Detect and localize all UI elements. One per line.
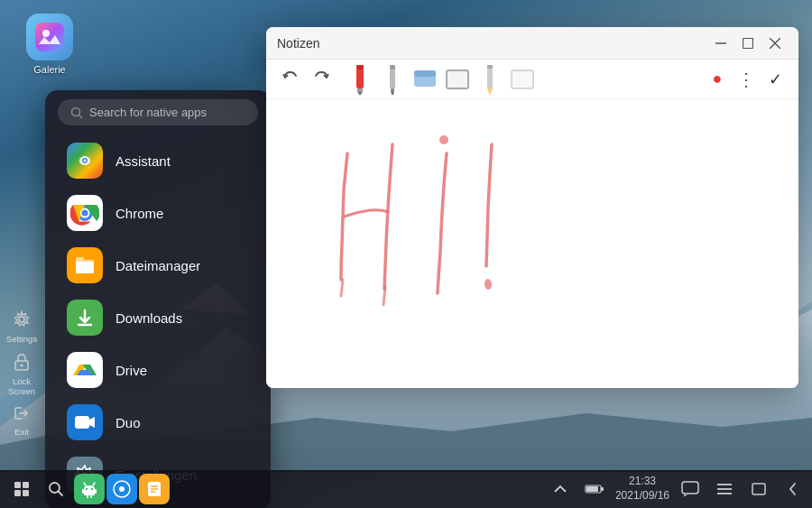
svg-point-9 — [72, 107, 80, 115]
maximize-button[interactable] — [735, 31, 761, 56]
notes-icon-taskbar[interactable] — [139, 474, 170, 504]
svg-line-51 — [59, 492, 63, 496]
eraser-tool[interactable] — [411, 63, 439, 96]
svg-point-59 — [119, 486, 125, 492]
notizen-window: Notizen — [266, 27, 798, 388]
android-icon-taskbar[interactable] — [74, 474, 105, 504]
notizen-canvas[interactable] — [266, 99, 798, 388]
exit-item[interactable]: Exit — [1, 402, 42, 440]
taskbar-right: 21:33 2021/09/16 — [547, 475, 807, 503]
svg-marker-41 — [487, 88, 493, 96]
svg-rect-34 — [391, 88, 394, 92]
minimize-button[interactable] — [708, 31, 734, 56]
assistant-label: Assistant — [115, 153, 171, 169]
menu-icon[interactable] — [711, 476, 738, 503]
notizen-title: Notizen — [277, 36, 706, 51]
svg-point-53 — [91, 488, 93, 490]
dateimanager-icon — [67, 247, 103, 283]
launcher-icon-taskbar[interactable] — [106, 474, 137, 504]
lock-icon — [14, 353, 30, 375]
time-display: 21:33 — [615, 475, 669, 489]
svg-rect-71 — [752, 484, 765, 494]
lock-screen-item[interactable]: Lock Screen — [1, 349, 42, 400]
app-drawer: Search for native apps Assistant — [45, 90, 271, 508]
chat-icon[interactable] — [677, 476, 704, 503]
svg-rect-56 — [87, 495, 88, 498]
svg-rect-36 — [390, 65, 395, 69]
downloads-label: Downloads — [115, 310, 182, 326]
svg-point-22 — [19, 317, 24, 322]
svg-point-24 — [21, 365, 23, 367]
svg-point-8 — [42, 30, 50, 37]
close-button[interactable] — [762, 31, 788, 56]
svg-rect-66 — [601, 487, 604, 491]
svg-rect-30 — [357, 88, 363, 92]
back-icon[interactable] — [780, 476, 807, 503]
svg-rect-49 — [23, 490, 29, 496]
canvas-drawing — [266, 99, 798, 388]
svg-rect-42 — [487, 65, 493, 69]
left-sidebar: Settings Lock Screen Exit — [0, 0, 43, 469]
svg-marker-31 — [357, 92, 363, 96]
app-item-dateimanager[interactable]: Dateimanager — [51, 239, 265, 291]
more-button[interactable]: ⋮ — [734, 67, 759, 92]
notizen-titlebar: Notizen — [266, 27, 798, 60]
svg-rect-39 — [447, 70, 468, 88]
taskbar-left — [5, 473, 170, 505]
svg-rect-47 — [23, 482, 29, 488]
svg-rect-55 — [95, 489, 97, 494]
shape-rect2-tool[interactable] — [508, 63, 537, 96]
dateimanager-label: Dateimanager — [115, 258, 200, 273]
search-icon — [70, 106, 83, 119]
desktop: Galerie Search for native apps Assistant — [0, 0, 812, 508]
pencil-tool[interactable] — [475, 63, 504, 96]
duo-label: Duo — [115, 415, 141, 430]
check-button[interactable]: ✓ — [762, 67, 788, 92]
ballpoint-tool[interactable] — [378, 63, 407, 96]
svg-rect-32 — [356, 65, 364, 69]
chrome-icon — [67, 195, 103, 231]
app-item-drive[interactable]: Drive — [51, 344, 265, 396]
svg-rect-46 — [14, 482, 21, 488]
settings-icon — [13, 310, 31, 333]
date-display: 2021/09/16 — [615, 489, 669, 503]
lock-screen-label: Lock Screen — [3, 376, 41, 396]
svg-point-52 — [86, 488, 88, 490]
app-item-assistant[interactable]: Assistant — [51, 134, 265, 187]
svg-rect-38 — [414, 70, 436, 77]
svg-rect-57 — [90, 495, 92, 498]
svg-marker-35 — [391, 92, 394, 96]
svg-rect-43 — [512, 70, 533, 88]
svg-rect-54 — [82, 489, 84, 494]
search-placeholder: Search for native apps — [89, 106, 207, 119]
duo-icon — [67, 404, 103, 440]
record-button[interactable]: ● — [705, 67, 730, 92]
assistant-icon — [67, 143, 103, 179]
redo-button[interactable] — [308, 67, 335, 91]
svg-point-17 — [82, 210, 88, 217]
settings-item[interactable]: Settings — [1, 307, 42, 347]
undo-button[interactable] — [277, 67, 304, 91]
window-icon[interactable] — [745, 476, 772, 503]
app-item-downloads[interactable]: Downloads — [51, 291, 265, 344]
battery-icon[interactable] — [581, 476, 608, 503]
svg-point-44 — [439, 135, 448, 144]
drive-icon — [67, 352, 103, 388]
svg-line-10 — [79, 115, 83, 118]
grid-icon[interactable] — [5, 473, 38, 505]
search-icon-taskbar[interactable] — [40, 473, 72, 505]
notizen-toolbar: ● ⋮ ✓ — [266, 60, 798, 99]
downloads-icon — [67, 300, 103, 336]
svg-point-13 — [84, 160, 87, 162]
exit-icon — [13, 405, 31, 426]
shape-rect-tool[interactable] — [443, 63, 472, 96]
search-bar[interactable]: Search for native apps — [58, 99, 258, 125]
app-item-duo[interactable]: Duo — [51, 396, 265, 448]
chevron-up-icon[interactable] — [547, 476, 574, 503]
exit-label: Exit — [14, 427, 29, 437]
drive-label: Drive — [115, 363, 147, 378]
app-item-chrome[interactable]: Chrome — [51, 187, 265, 239]
marker-tool[interactable] — [346, 63, 374, 96]
settings-label: Settings — [6, 334, 37, 344]
toolbar-nav — [277, 67, 335, 91]
